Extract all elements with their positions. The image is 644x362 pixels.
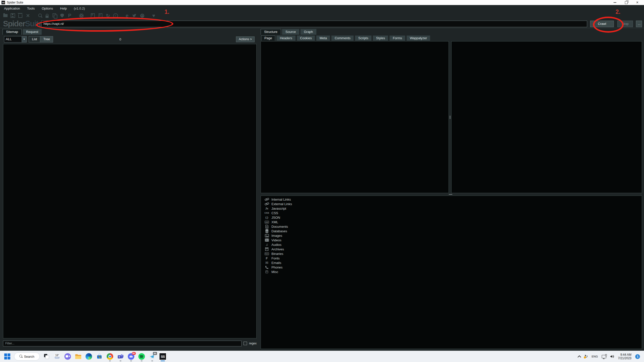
report-icon[interactable] bbox=[89, 12, 97, 19]
info-icon[interactable]: i bbox=[112, 12, 119, 19]
network-icon[interactable] bbox=[602, 355, 606, 358]
horizontal-splitter[interactable] bbox=[261, 193, 642, 196]
update-sync-icon[interactable]: ↻ bbox=[584, 355, 588, 358]
close-icon[interactable]: × bbox=[636, 1, 638, 4]
list-view-button[interactable]: List bbox=[29, 36, 40, 42]
discord-button[interactable]: 9+ bbox=[126, 351, 136, 361]
subtab-headers[interactable]: Headers bbox=[276, 35, 295, 41]
settings-gear-icon[interactable] bbox=[77, 12, 85, 19]
volume-icon[interactable] bbox=[610, 355, 614, 358]
weather-icon: 18° bbox=[55, 354, 60, 359]
menu-options[interactable]: Options bbox=[42, 7, 53, 10]
open-folder-icon[interactable] bbox=[2, 12, 9, 19]
page-detail-left-panel[interactable] bbox=[261, 41, 449, 193]
task-view-button[interactable] bbox=[41, 351, 52, 361]
list-item[interactable]: hexBinaries bbox=[264, 251, 642, 256]
list-item[interactable]: Documents bbox=[264, 224, 642, 229]
filter-input[interactable] bbox=[3, 341, 242, 346]
proxy-p-icon[interactable]: P bbox=[66, 12, 73, 19]
subtab-wappalyzer[interactable]: Wappalyzer bbox=[407, 35, 430, 41]
edge-button[interactable] bbox=[84, 351, 94, 361]
list-item[interactable]: ✉Emails bbox=[264, 260, 642, 265]
restore-icon[interactable] bbox=[625, 1, 628, 4]
trash-icon[interactable] bbox=[17, 12, 24, 19]
taskbar-search[interactable]: Search bbox=[14, 352, 40, 360]
filter-type-dropdown[interactable]: ALL ▼ bbox=[4, 36, 27, 42]
list-item[interactable]: Databases bbox=[264, 229, 642, 233]
list-item[interactable]: JsJavascript bbox=[264, 206, 642, 211]
tab-source[interactable]: Source bbox=[282, 29, 299, 35]
spidersuite-icon: SS bbox=[159, 353, 166, 360]
list-item[interactable]: Videos bbox=[264, 238, 642, 242]
tab-graph[interactable]: Graph bbox=[300, 29, 316, 35]
chevron-down-icon[interactable]: ▼ bbox=[22, 36, 26, 42]
windows-taskbar: Search 18° T 9+ bbox=[0, 351, 644, 362]
tab-request[interactable]: Request bbox=[23, 29, 42, 35]
sitemap-results-panel[interactable] bbox=[3, 44, 257, 338]
heart-icon[interactable]: ♥ bbox=[150, 12, 157, 19]
url-input[interactable] bbox=[41, 21, 587, 27]
spotify-button[interactable] bbox=[136, 351, 147, 361]
tree-view-button[interactable]: Tree bbox=[40, 36, 53, 42]
notification-count-badge[interactable]: 1 bbox=[635, 354, 640, 359]
actions-button[interactable]: Actions > bbox=[236, 36, 255, 42]
close-project-icon[interactable]: × bbox=[24, 12, 32, 19]
microsoft-store-button[interactable] bbox=[94, 351, 105, 361]
folder-icon bbox=[75, 354, 82, 359]
teams-button[interactable]: T bbox=[115, 351, 126, 361]
page-detail-right-panel[interactable] bbox=[451, 41, 642, 193]
subtab-forms[interactable]: Forms bbox=[389, 35, 405, 41]
tray-chevron-up-icon[interactable] bbox=[578, 355, 581, 359]
menu-help[interactable]: Help bbox=[60, 7, 67, 10]
document-icon[interactable] bbox=[97, 12, 104, 19]
list-item[interactable]: Internal Links bbox=[264, 197, 642, 202]
crawl-button[interactable]: Crawl bbox=[590, 21, 614, 27]
chat-app-button[interactable] bbox=[62, 351, 73, 361]
menu-tools[interactable]: Tools bbox=[27, 7, 35, 10]
list-item[interactable]: Images bbox=[264, 233, 642, 238]
search-icon[interactable] bbox=[36, 12, 43, 19]
subtab-page[interactable]: Page bbox=[261, 35, 275, 41]
subtab-meta[interactable]: Meta bbox=[316, 35, 330, 41]
github-icon[interactable] bbox=[138, 12, 146, 19]
subtab-scripts[interactable]: Scripts bbox=[355, 35, 372, 41]
list-item[interactable]: Archives bbox=[264, 247, 642, 251]
list-item[interactable]: CSSCSS bbox=[264, 211, 642, 215]
regex-checkbox[interactable] bbox=[244, 342, 247, 345]
language-indicator[interactable]: ENG bbox=[592, 355, 598, 358]
save-icon[interactable] bbox=[9, 12, 17, 19]
minimize-icon[interactable] bbox=[614, 2, 616, 3]
tab-structure[interactable]: Structure bbox=[261, 29, 281, 35]
menu-application[interactable]: Application bbox=[4, 7, 20, 10]
subtab-cookies[interactable]: Cookies bbox=[297, 35, 315, 41]
more-options-button[interactable]: ... bbox=[636, 21, 642, 27]
spidersuite-taskbar-button[interactable]: SS bbox=[157, 351, 168, 361]
clock[interactable]: 9:44 AM 7/21/2023 bbox=[618, 353, 631, 360]
twitter-icon[interactable] bbox=[131, 12, 138, 19]
vertical-splitter[interactable] bbox=[449, 41, 451, 193]
telegram-button[interactable]: 85 bbox=[147, 351, 157, 361]
left-tabs: Sitemap Request bbox=[1, 29, 259, 35]
list-item[interactable]: ?Misc bbox=[264, 269, 642, 274]
list-item[interactable]: ♫Audios bbox=[264, 242, 642, 247]
subtab-styles[interactable]: Styles bbox=[373, 35, 388, 41]
tab-sitemap[interactable]: Sitemap bbox=[3, 29, 22, 35]
shield-icon[interactable] bbox=[58, 12, 66, 19]
list-item[interactable]: {;}JSON bbox=[264, 215, 642, 220]
chrome-button[interactable] bbox=[105, 351, 115, 361]
list-item[interactable]: xmlXML bbox=[264, 220, 642, 224]
copy-icon[interactable] bbox=[51, 12, 58, 19]
unlock-icon[interactable] bbox=[43, 12, 51, 19]
start-button[interactable] bbox=[2, 351, 13, 361]
stop-button[interactable]: Stop bbox=[617, 21, 633, 27]
browser-e-icon[interactable]: e bbox=[123, 12, 131, 19]
database-icon bbox=[264, 229, 269, 233]
file-explorer-button[interactable] bbox=[73, 351, 84, 361]
list-item[interactable]: Phones bbox=[264, 265, 642, 269]
weather-widget[interactable]: 18° bbox=[52, 351, 62, 361]
refresh-icon[interactable]: ↻ bbox=[104, 12, 112, 19]
store-icon bbox=[96, 353, 102, 359]
list-item[interactable]: FFonts bbox=[264, 256, 642, 260]
list-item[interactable]: External Links bbox=[264, 202, 642, 206]
subtab-comments[interactable]: Comments bbox=[331, 35, 354, 41]
